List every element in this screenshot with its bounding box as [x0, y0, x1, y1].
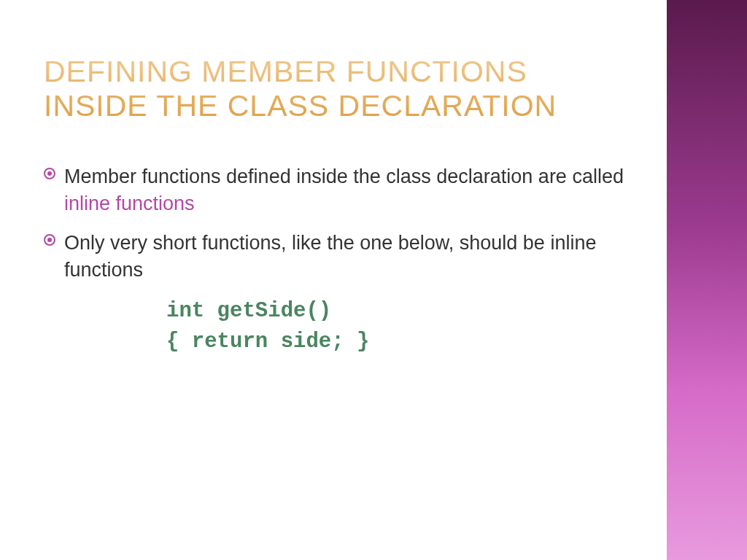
bullet-highlight: inline functions: [64, 192, 195, 214]
sidebar-decoration: [667, 0, 747, 560]
bullet-list: Member functions defined inside the clas…: [44, 163, 630, 283]
bullet-text-pre: Only very short functions, like the one …: [64, 232, 596, 280]
bullet-item: Only very short functions, like the one …: [44, 230, 630, 283]
slide-content: DEFINING MEMBER FUNCTIONS INSIDE THE CLA…: [0, 0, 667, 560]
code-line: { return side; }: [166, 327, 630, 357]
code-line: int getSide(): [166, 296, 630, 327]
bullet-item: Member functions defined inside the clas…: [44, 163, 630, 217]
bullet-text-pre: Member functions defined inside the clas…: [64, 166, 624, 187]
bullet-icon: [44, 168, 55, 179]
bullet-icon: [44, 234, 55, 246]
code-block: int getSide() { return side; }: [166, 296, 630, 357]
slide-title: DEFINING MEMBER FUNCTIONS INSIDE THE CLA…: [44, 55, 630, 123]
